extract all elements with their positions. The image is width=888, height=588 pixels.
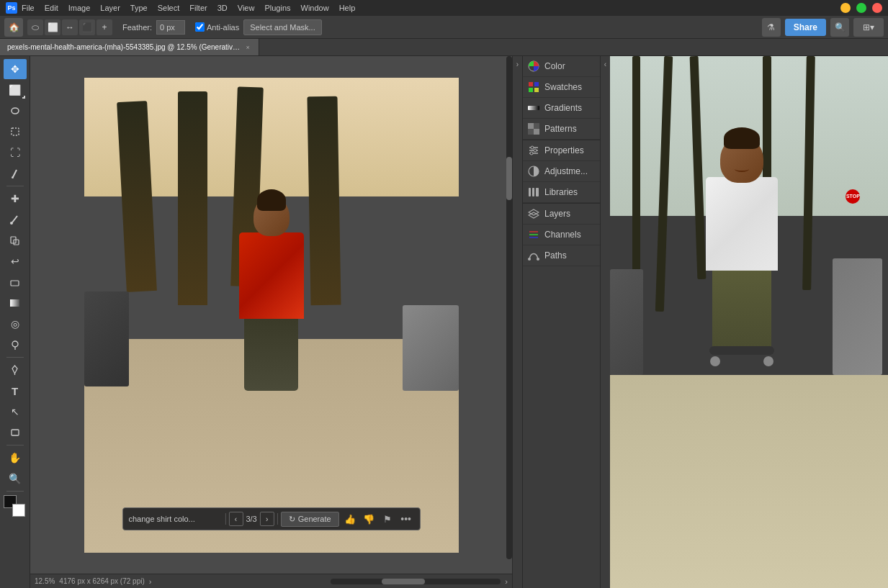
feather-label: Feather: bbox=[122, 23, 152, 32]
panel-item-paths[interactable]: Paths bbox=[523, 245, 600, 266]
document-tab[interactable]: pexels-mental-health-america-(mha)-55433… bbox=[0, 39, 259, 55]
vertical-scroll-thumb[interactable] bbox=[506, 157, 512, 200]
panel-item-libraries[interactable]: Libraries bbox=[523, 182, 600, 203]
lasso-tool-header[interactable]: ⬭ bbox=[27, 19, 43, 35]
tool-hand[interactable]: ✋ bbox=[4, 448, 27, 468]
rect-tool-header[interactable]: ⬜ bbox=[45, 19, 60, 35]
gradients-label: Gradients bbox=[544, 103, 582, 113]
tool-healing[interactable]: ✚ bbox=[4, 189, 27, 209]
svg-rect-15 bbox=[529, 82, 533, 86]
generative-bar: change shirt colo... ‹ 3/3 › ↻ Generate … bbox=[122, 507, 420, 530]
gen-prev-button[interactable]: ‹ bbox=[228, 512, 243, 526]
panel-item-adjustments[interactable]: Adjustme... bbox=[523, 161, 600, 182]
minimize-button[interactable] bbox=[840, 3, 851, 13]
panel-item-swatches[interactable]: Swatches bbox=[523, 77, 600, 98]
adjustments-icon bbox=[527, 165, 540, 178]
tool-brush[interactable] bbox=[4, 209, 27, 230]
tab-close-button[interactable]: × bbox=[244, 43, 251, 52]
generative-prompt-input[interactable]: change shirt colo... bbox=[128, 515, 222, 523]
menu-bar[interactable]: File Edit Image Layer Type Select Filter… bbox=[22, 4, 355, 12]
panel-item-channels[interactable]: Channels bbox=[523, 225, 600, 245]
flask-button[interactable]: ⚗ bbox=[762, 18, 781, 37]
tool-eyedropper[interactable] bbox=[4, 163, 27, 184]
tool-history-brush[interactable]: ↩ bbox=[4, 251, 27, 271]
generate-button[interactable]: ↻ Generate bbox=[281, 512, 339, 527]
right-area: › Color bbox=[512, 56, 888, 588]
menu-plugins[interactable]: Plugins bbox=[264, 4, 290, 12]
tool-lasso[interactable] bbox=[4, 101, 27, 121]
home-button[interactable]: 🏠 bbox=[4, 18, 23, 37]
canvas-container[interactable] bbox=[30, 56, 512, 574]
menu-layer[interactable]: Layer bbox=[100, 4, 120, 12]
canvas-image[interactable] bbox=[84, 78, 459, 553]
flag-button[interactable]: ⚑ bbox=[380, 511, 395, 527]
menu-file[interactable]: File bbox=[22, 4, 35, 12]
tool-gradient[interactable] bbox=[4, 293, 27, 313]
panel-item-properties[interactable]: Properties bbox=[523, 140, 600, 161]
vertical-scrollbar[interactable] bbox=[506, 56, 512, 559]
search-button[interactable]: 🔍 bbox=[830, 18, 849, 37]
feather-input[interactable] bbox=[156, 20, 185, 35]
tool-crop[interactable]: ⛶ bbox=[4, 143, 27, 163]
tool-move[interactable]: ✥ bbox=[4, 59, 27, 79]
more-options-button[interactable]: ••• bbox=[398, 511, 414, 527]
menu-view[interactable]: View bbox=[238, 4, 255, 12]
panel-item-patterns[interactable]: Patterns bbox=[523, 119, 600, 140]
menu-image[interactable]: Image bbox=[68, 4, 91, 12]
channels-label: Channels bbox=[544, 230, 581, 240]
toolbar-divider-2 bbox=[6, 357, 24, 358]
horizontal-scrollbar[interactable] bbox=[331, 579, 501, 584]
panel-collapse-right[interactable]: ‹ bbox=[600, 56, 610, 588]
svg-point-10 bbox=[12, 341, 18, 347]
tool-clone-stamp[interactable] bbox=[4, 230, 27, 250]
select-mask-button[interactable]: Select and Mask... bbox=[243, 19, 322, 35]
tool-zoom[interactable]: 🔍 bbox=[4, 469, 27, 489]
transform-tool-header[interactable]: ↔ bbox=[62, 19, 78, 35]
left-toolbar: ✥ ⬜ ⛶ ✚ ↩ ◎ T bbox=[0, 56, 30, 588]
tool-pen[interactable] bbox=[4, 360, 27, 380]
panel-collapse-left[interactable]: › bbox=[512, 56, 522, 588]
tool-blur[interactable]: ◎ bbox=[4, 314, 27, 334]
color-swatches[interactable] bbox=[4, 495, 27, 517]
menu-filter[interactable]: Filter bbox=[189, 4, 207, 12]
swatches-icon bbox=[527, 81, 540, 94]
adjustments-label: Adjustme... bbox=[544, 166, 588, 176]
panel-item-gradients[interactable]: Gradients bbox=[523, 98, 600, 119]
close-button[interactable] bbox=[872, 3, 882, 13]
add-tool-header[interactable]: + bbox=[97, 19, 112, 35]
tool-dodge[interactable] bbox=[4, 335, 27, 355]
maximize-button[interactable] bbox=[856, 3, 866, 13]
tool-path-selection[interactable]: ↖ bbox=[4, 402, 27, 422]
background-color[interactable] bbox=[12, 504, 25, 517]
menu-3d[interactable]: 3D bbox=[217, 4, 228, 12]
antialias-checkbox[interactable] bbox=[195, 22, 205, 32]
antialias-checkbox-label[interactable]: Anti-alias bbox=[195, 22, 239, 32]
color-icon bbox=[527, 60, 540, 73]
tool-rectangle[interactable] bbox=[4, 422, 27, 443]
menu-help[interactable]: Help bbox=[339, 4, 356, 12]
panel-item-layers[interactable]: Layers bbox=[523, 204, 600, 225]
tool-type[interactable]: T bbox=[4, 381, 27, 401]
thumbs-up-button[interactable]: 👍 bbox=[342, 511, 358, 527]
window-controls bbox=[840, 3, 882, 13]
tool-eraser[interactable] bbox=[4, 272, 27, 292]
thumbs-down-button[interactable]: 👎 bbox=[361, 511, 377, 527]
panel-item-color[interactable]: Color bbox=[523, 56, 600, 77]
patterns-icon bbox=[527, 122, 540, 135]
menu-window[interactable]: Window bbox=[301, 4, 329, 12]
gen-next-button[interactable]: › bbox=[260, 512, 274, 526]
tool-object-select[interactable] bbox=[4, 122, 27, 142]
horizontal-scroll-thumb[interactable] bbox=[382, 579, 425, 584]
svg-rect-22 bbox=[528, 129, 534, 135]
frame-tool-header[interactable]: ⬛ bbox=[79, 19, 95, 35]
properties-icon bbox=[527, 144, 540, 157]
menu-select[interactable]: Select bbox=[158, 4, 180, 12]
layout-button[interactable]: ⊞▾ bbox=[853, 18, 884, 37]
tool-rectangular-marquee[interactable]: ⬜ bbox=[4, 80, 27, 100]
menu-edit[interactable]: Edit bbox=[45, 4, 58, 12]
share-button[interactable]: Share bbox=[785, 19, 826, 36]
menu-type[interactable]: Type bbox=[130, 4, 148, 12]
right-photo-area: ‹ bbox=[600, 56, 888, 588]
tab-filename: pexels-mental-health-america-(mha)-55433… bbox=[7, 43, 240, 51]
generative-feedback: 👍 👎 ⚑ bbox=[342, 511, 395, 527]
